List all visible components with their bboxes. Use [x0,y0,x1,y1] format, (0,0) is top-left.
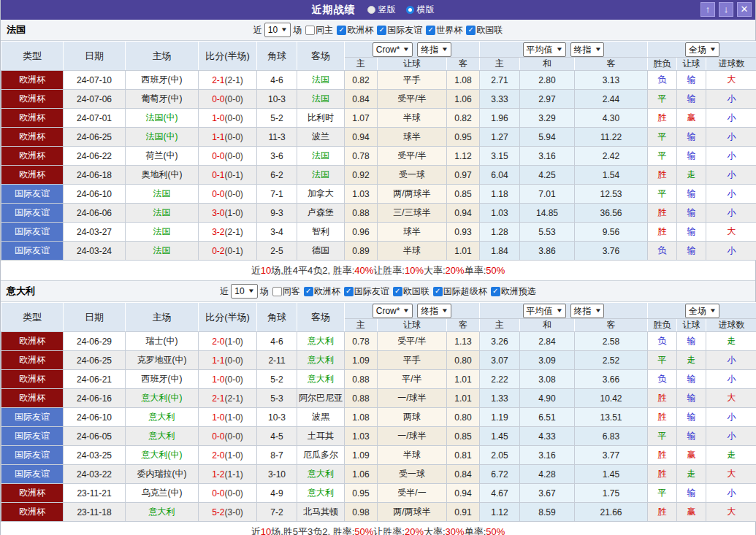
cell-away-team: 智利 [297,223,345,242]
section-team-title: 法国 [7,23,26,36]
cell-corners: 9-3 [257,204,297,223]
cell-result: 小 [706,90,756,109]
checkbox-checked-icon[interactable]: ✓ [433,287,443,296]
final-odds-select[interactable]: 终指▼ [417,304,451,318]
recent-count-select[interactable]: 10▼ [231,284,257,299]
table-row: 欧洲杯24-06-22荷兰(中)0-0(0-0)3-6法国0.78受平/半1.1… [1,147,756,166]
league-filter-checkbox[interactable]: ✓欧洲杯 [304,285,340,298]
cell-handicap-odds: 0.80 [447,351,480,370]
final-odds-select-2[interactable]: 终指▼ [570,42,605,57]
league-filter-checkbox[interactable]: ✓国际友谊 [344,285,389,298]
cell-handicap-odds: 受平/半 [378,332,447,351]
table-row: 欧洲杯23-11-18意大利5-2(3-0)7-2北马其顿0.98两/两球半0.… [1,503,756,522]
average-selects: 平均值▼终指▼ [480,304,647,318]
checkbox-unchecked-icon[interactable] [305,26,315,35]
cell-handicap-odds: 0.93 [447,223,480,242]
cell-away-team: 土耳其 [297,427,345,446]
cell-away-team: 意大利 [297,465,345,484]
same-venue-label: 同客 [283,285,300,298]
cell-score: 0-0(0-0) [199,427,257,446]
league-filter-checkbox[interactable]: ✓欧洲预选 [491,285,536,298]
same-venue-checkbox[interactable]: 同客 [272,285,300,298]
cell-away-team: 加拿大 [297,185,345,204]
league-filter-label: 国际友谊 [387,24,422,36]
cell-away-team: 比利时 [297,109,345,128]
checkbox-checked-icon[interactable]: ✓ [466,26,476,35]
cell-handicap-odds: 1.06 [345,465,378,484]
full-time-score: 2-1 [212,75,224,85]
column-header: 角球 [257,303,297,332]
table-row: 国际友谊24-03-22委内瑞拉(中)1-2(1-1)3-10意大利1.06受一… [1,465,756,484]
checkbox-checked-icon[interactable]: ✓ [393,287,402,296]
window-buttons: ↑↓✕ [700,2,752,17]
half-time-score: (1-0) [225,336,243,347]
full-time-score: 0-2 [212,246,224,256]
full-match-select[interactable]: 全场▼ [685,304,719,318]
league-filter-checkbox[interactable]: ✓欧国联 [393,285,429,298]
half-time-score: (0-0) [225,94,243,104]
table-row: 欧洲杯24-06-21西班牙(中)1-0(0-0)5-2意大利0.88平/半1.… [1,370,756,389]
full-match-selects: 全场▼ [648,304,756,318]
cell-home-team: 意大利(中) [126,389,199,408]
cell-league: 欧洲杯 [1,90,64,109]
cell-away-team: 卢森堡 [297,204,345,223]
cell-handicap-odds: 0.88 [345,204,378,223]
average-source-select[interactable]: 平均值▼ [523,42,566,57]
move-down-button[interactable]: ↓ [719,2,733,17]
half-time-score: (1-0) [225,208,243,218]
summary-segment: 近 [251,264,261,277]
layout-radio-vertical[interactable]: 竖版 [367,4,396,16]
cell-handicap-odds: 0.84 [345,90,378,109]
cell-handicap-odds: 0.84 [447,465,480,484]
cell-average-odds: 1.18 [480,185,520,204]
crow-source-select[interactable]: Crow*▼ [373,42,413,57]
league-filter-checkbox[interactable]: ✓世界杯 [426,24,462,36]
checkbox-unchecked-icon[interactable] [272,287,282,296]
league-filter-checkbox[interactable]: ✓欧洲杯 [337,24,373,36]
cell-result: 大 [706,223,756,242]
summary-segment: 单率: [465,264,486,277]
cell-handicap-odds: 0.82 [345,71,378,90]
checkbox-checked-icon[interactable]: ✓ [344,287,354,296]
checkbox-checked-icon[interactable]: ✓ [491,287,500,296]
header-row-groups: 类型日期主场比分(半场)角球客场Crow*▼终指▼平均值▼终指▼全场▼ [1,42,756,58]
cell-result: 走 [706,332,756,351]
full-match-select[interactable]: 全场▼ [685,42,719,57]
cell-corners: 2-5 [257,242,297,261]
cell-away-team: 法国 [297,71,345,90]
cell-handicap-odds: 0.85 [447,185,480,204]
league-filter-checkbox[interactable]: ✓欧国联 [466,24,503,36]
average-source-select[interactable]: 平均值▼ [523,304,566,318]
filter-controls: 近10▼场同主✓欧洲杯✓国际友谊✓世界杯✓欧国联 [253,23,503,37]
final-odds-select[interactable]: 终指▼ [417,42,451,57]
cell-handicap-odds: 一/球半 [378,389,447,408]
close-button[interactable]: ✕ [737,2,752,17]
cell-average-odds: 2.44 [575,90,648,109]
cell-result: 小 [706,204,756,223]
checkbox-checked-icon[interactable]: ✓ [304,287,313,296]
crow-source-select[interactable]: Crow*▼ [373,304,413,318]
column-header: 类型 [1,42,64,71]
cell-result: 胜 [648,503,677,522]
table-row: 欧洲杯24-06-18奥地利(中)0-1(0-1)6-2法国0.92受一球0.9… [1,166,756,185]
full-time-score: 2-0 [212,450,224,461]
league-filter-checkbox[interactable]: ✓国际友谊 [377,24,422,36]
cell-handicap-odds: 1.01 [447,389,480,408]
same-venue-checkbox[interactable]: 同主 [305,24,333,36]
checkbox-checked-icon[interactable]: ✓ [337,26,346,35]
cell-league: 欧洲杯 [1,109,64,128]
layout-radio-horizontal[interactable]: 横版 [406,4,435,16]
checkbox-checked-icon[interactable]: ✓ [377,26,386,35]
cell-handicap-odds: 受一球 [378,166,447,185]
final-odds-select-2[interactable]: 终指▼ [570,304,605,318]
cell-result: 输 [677,90,706,109]
half-time-score: (2-1) [225,227,243,237]
cell-handicap-odds: 半球 [378,446,447,465]
recent-count-select[interactable]: 10▼ [264,23,291,37]
table-row: 国际友谊24-03-24法国0-2(0-1)2-5德国0.89半球1.011.8… [1,242,756,261]
cell-handicap-odds: 受一球 [378,465,447,484]
checkbox-checked-icon[interactable]: ✓ [426,26,435,35]
league-filter-checkbox[interactable]: ✓国际超级杯 [433,285,487,298]
league-filter-label: 欧洲杯 [314,285,340,298]
move-up-button[interactable]: ↑ [700,2,715,17]
